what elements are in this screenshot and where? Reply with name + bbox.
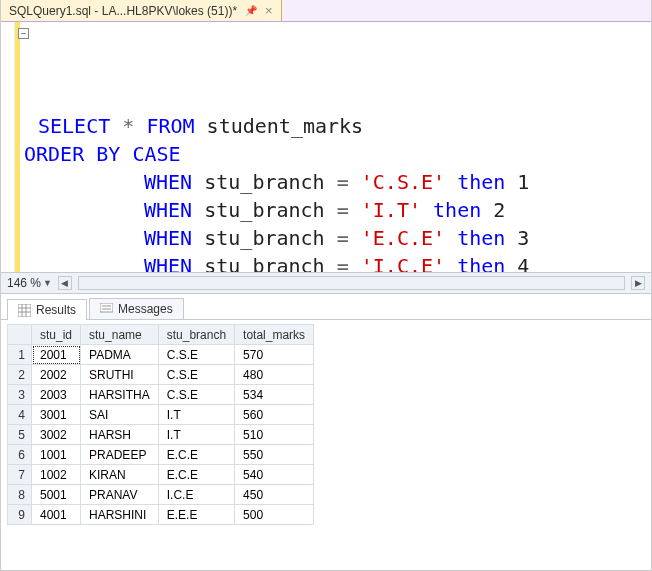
cell[interactable]: 4001 [32, 505, 81, 525]
cell[interactable]: 534 [235, 385, 314, 405]
cell[interactable]: HARSHINI [81, 505, 159, 525]
horizontal-scrollbar[interactable] [78, 276, 625, 290]
cell[interactable]: E.C.E [158, 445, 234, 465]
results-table[interactable]: stu_idstu_namestu_branchtotal_marks 1200… [7, 324, 314, 525]
kw-then: then [457, 226, 505, 250]
code-line: WHEN stu_branch = 'C.S.E' then 1 [24, 168, 643, 196]
chevron-down-icon: ▼ [43, 278, 52, 288]
cell[interactable]: 2002 [32, 365, 81, 385]
table-row[interactable]: 94001HARSHINIE.E.E500 [8, 505, 314, 525]
cell[interactable]: 480 [235, 365, 314, 385]
cell[interactable]: I.C.E [158, 485, 234, 505]
kw-when: WHEN [144, 170, 192, 194]
table-row[interactable]: 61001PRADEEPE.C.E550 [8, 445, 314, 465]
outline-collapse-icon[interactable]: − [18, 28, 29, 39]
cell[interactable]: PRADEEP [81, 445, 159, 465]
svg-rect-0 [18, 304, 31, 317]
kw-when: WHEN [144, 198, 192, 222]
cell[interactable]: 450 [235, 485, 314, 505]
code-area[interactable]: − SELECT * FROM student_marksORDER BY CA… [20, 22, 651, 272]
table-row[interactable]: 71002KIRANE.C.E540 [8, 465, 314, 485]
cell[interactable]: 5001 [32, 485, 81, 505]
row-number: 7 [8, 465, 32, 485]
kw-from: FROM [146, 114, 194, 138]
cell[interactable]: PRANAV [81, 485, 159, 505]
cell[interactable]: 3001 [32, 405, 81, 425]
tab-messages[interactable]: Messages [89, 298, 184, 319]
cell[interactable]: E.C.E [158, 465, 234, 485]
id-table: student_marks [207, 114, 364, 138]
file-tab[interactable]: SQLQuery1.sql - LA...HL8PKV\lokes (51))*… [1, 0, 282, 21]
table-row[interactable]: 53002HARSHI.T510 [8, 425, 314, 445]
row-number: 6 [8, 445, 32, 465]
svg-rect-5 [100, 303, 113, 312]
id-col: stu_branch [204, 198, 324, 222]
cell[interactable]: 510 [235, 425, 314, 445]
str-val: 'C.S.E' [361, 170, 445, 194]
cell[interactable]: 540 [235, 465, 314, 485]
cell[interactable]: HARSITHA [81, 385, 159, 405]
result-tab-strip: Results Messages [1, 294, 651, 319]
scroll-left-button[interactable]: ◀ [58, 276, 72, 290]
row-header-blank [8, 325, 32, 345]
column-header[interactable]: total_marks [235, 325, 314, 345]
cell[interactable]: 560 [235, 405, 314, 425]
column-header[interactable]: stu_name [81, 325, 159, 345]
cell[interactable]: 1002 [32, 465, 81, 485]
row-number: 9 [8, 505, 32, 525]
cell[interactable]: C.S.E [158, 365, 234, 385]
cell[interactable]: 2001 [32, 345, 81, 365]
zoom-dropdown[interactable]: 146 % ▼ [7, 276, 52, 290]
cell[interactable]: HARSH [81, 425, 159, 445]
cell[interactable]: SRUTHI [81, 365, 159, 385]
table-row[interactable]: 32003HARSITHAC.S.E534 [8, 385, 314, 405]
cell[interactable]: KIRAN [81, 465, 159, 485]
indicator-margin [1, 22, 15, 272]
id-col: stu_branch [204, 170, 324, 194]
cell[interactable]: I.T [158, 405, 234, 425]
code-line: ORDER BY CASE [24, 140, 643, 168]
row-number: 1 [8, 345, 32, 365]
cell[interactable]: 550 [235, 445, 314, 465]
cell[interactable]: 2003 [32, 385, 81, 405]
tab-results[interactable]: Results [7, 299, 87, 320]
cell[interactable]: C.S.E [158, 385, 234, 405]
kw-when: WHEN [144, 226, 192, 250]
cell[interactable]: 570 [235, 345, 314, 365]
cell[interactable]: 3002 [32, 425, 81, 445]
kw-when: WHEN [144, 254, 192, 272]
num: 1 [517, 170, 529, 194]
table-row[interactable]: 43001SAII.T560 [8, 405, 314, 425]
num: 2 [493, 198, 505, 222]
kw-order: ORDER [24, 142, 84, 166]
cell[interactable]: C.S.E [158, 345, 234, 365]
results-panel: stu_idstu_namestu_branchtotal_marks 1200… [1, 319, 651, 570]
column-header[interactable]: stu_branch [158, 325, 234, 345]
messages-tab-label: Messages [118, 302, 173, 316]
row-number: 2 [8, 365, 32, 385]
cell[interactable]: PADMA [81, 345, 159, 365]
code-line: SELECT * FROM student_marks [24, 112, 643, 140]
str-val: 'I.C.E' [361, 254, 445, 272]
cell[interactable]: 1001 [32, 445, 81, 465]
close-icon[interactable]: × [265, 3, 273, 18]
cell[interactable]: E.E.E [158, 505, 234, 525]
str-val: 'E.C.E' [361, 226, 445, 250]
cell[interactable]: 500 [235, 505, 314, 525]
kw-then: then [457, 170, 505, 194]
id-col: stu_branch [204, 226, 324, 250]
pin-icon[interactable]: 📌 [245, 5, 257, 16]
zoom-value: 146 % [7, 276, 41, 290]
sql-editor[interactable]: − SELECT * FROM student_marksORDER BY CA… [1, 22, 651, 272]
table-row[interactable]: 12001PADMAC.S.E570 [8, 345, 314, 365]
table-row[interactable]: 85001PRANAVI.C.E450 [8, 485, 314, 505]
cell[interactable]: SAI [81, 405, 159, 425]
row-number: 4 [8, 405, 32, 425]
cell[interactable]: I.T [158, 425, 234, 445]
kw-case: CASE [132, 142, 180, 166]
op-star: * [122, 114, 134, 138]
scroll-right-button[interactable]: ▶ [631, 276, 645, 290]
op-eq: = [337, 198, 349, 222]
column-header[interactable]: stu_id [32, 325, 81, 345]
table-row[interactable]: 22002SRUTHIC.S.E480 [8, 365, 314, 385]
